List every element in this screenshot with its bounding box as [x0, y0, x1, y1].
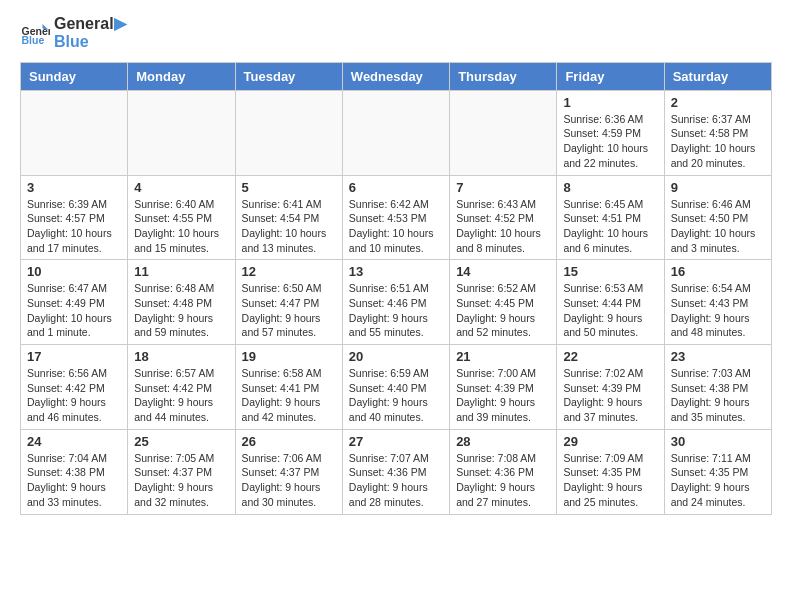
day-info: Sunrise: 7:11 AM Sunset: 4:35 PM Dayligh… — [671, 451, 765, 510]
day-number: 4 — [134, 180, 228, 195]
day-number: 24 — [27, 434, 121, 449]
day-cell — [450, 90, 557, 175]
day-info: Sunrise: 6:54 AM Sunset: 4:43 PM Dayligh… — [671, 281, 765, 340]
week-row-4: 17Sunrise: 6:56 AM Sunset: 4:42 PM Dayli… — [21, 345, 772, 430]
day-cell: 6Sunrise: 6:42 AM Sunset: 4:53 PM Daylig… — [342, 175, 449, 260]
day-cell — [21, 90, 128, 175]
day-cell: 18Sunrise: 6:57 AM Sunset: 4:42 PM Dayli… — [128, 345, 235, 430]
day-number: 17 — [27, 349, 121, 364]
day-number: 13 — [349, 264, 443, 279]
day-cell: 22Sunrise: 7:02 AM Sunset: 4:39 PM Dayli… — [557, 345, 664, 430]
day-cell: 2Sunrise: 6:37 AM Sunset: 4:58 PM Daylig… — [664, 90, 771, 175]
day-cell: 8Sunrise: 6:45 AM Sunset: 4:51 PM Daylig… — [557, 175, 664, 260]
day-cell: 12Sunrise: 6:50 AM Sunset: 4:47 PM Dayli… — [235, 260, 342, 345]
week-row-3: 10Sunrise: 6:47 AM Sunset: 4:49 PM Dayli… — [21, 260, 772, 345]
day-info: Sunrise: 6:51 AM Sunset: 4:46 PM Dayligh… — [349, 281, 443, 340]
day-info: Sunrise: 6:39 AM Sunset: 4:57 PM Dayligh… — [27, 197, 121, 256]
day-cell: 26Sunrise: 7:06 AM Sunset: 4:37 PM Dayli… — [235, 429, 342, 514]
day-cell: 27Sunrise: 7:07 AM Sunset: 4:36 PM Dayli… — [342, 429, 449, 514]
day-cell: 3Sunrise: 6:39 AM Sunset: 4:57 PM Daylig… — [21, 175, 128, 260]
day-info: Sunrise: 6:48 AM Sunset: 4:48 PM Dayligh… — [134, 281, 228, 340]
day-number: 26 — [242, 434, 336, 449]
day-info: Sunrise: 7:03 AM Sunset: 4:38 PM Dayligh… — [671, 366, 765, 425]
day-cell: 14Sunrise: 6:52 AM Sunset: 4:45 PM Dayli… — [450, 260, 557, 345]
logo-blue: Blue — [54, 33, 126, 51]
day-number: 9 — [671, 180, 765, 195]
header-friday: Friday — [557, 62, 664, 90]
day-number: 7 — [456, 180, 550, 195]
day-number: 30 — [671, 434, 765, 449]
day-number: 6 — [349, 180, 443, 195]
day-info: Sunrise: 6:59 AM Sunset: 4:40 PM Dayligh… — [349, 366, 443, 425]
day-info: Sunrise: 6:56 AM Sunset: 4:42 PM Dayligh… — [27, 366, 121, 425]
day-number: 11 — [134, 264, 228, 279]
day-info: Sunrise: 6:46 AM Sunset: 4:50 PM Dayligh… — [671, 197, 765, 256]
day-info: Sunrise: 6:42 AM Sunset: 4:53 PM Dayligh… — [349, 197, 443, 256]
logo: General Blue General▶ Blue — [20, 15, 126, 52]
day-cell: 24Sunrise: 7:04 AM Sunset: 4:38 PM Dayli… — [21, 429, 128, 514]
day-cell: 16Sunrise: 6:54 AM Sunset: 4:43 PM Dayli… — [664, 260, 771, 345]
day-number: 15 — [563, 264, 657, 279]
day-info: Sunrise: 6:36 AM Sunset: 4:59 PM Dayligh… — [563, 112, 657, 171]
day-info: Sunrise: 6:43 AM Sunset: 4:52 PM Dayligh… — [456, 197, 550, 256]
day-info: Sunrise: 7:04 AM Sunset: 4:38 PM Dayligh… — [27, 451, 121, 510]
day-number: 22 — [563, 349, 657, 364]
day-cell: 19Sunrise: 6:58 AM Sunset: 4:41 PM Dayli… — [235, 345, 342, 430]
day-info: Sunrise: 7:06 AM Sunset: 4:37 PM Dayligh… — [242, 451, 336, 510]
day-cell: 28Sunrise: 7:08 AM Sunset: 4:36 PM Dayli… — [450, 429, 557, 514]
day-number: 12 — [242, 264, 336, 279]
day-cell: 25Sunrise: 7:05 AM Sunset: 4:37 PM Dayli… — [128, 429, 235, 514]
header-tuesday: Tuesday — [235, 62, 342, 90]
day-cell: 7Sunrise: 6:43 AM Sunset: 4:52 PM Daylig… — [450, 175, 557, 260]
day-info: Sunrise: 7:08 AM Sunset: 4:36 PM Dayligh… — [456, 451, 550, 510]
weekday-header-row: Sunday Monday Tuesday Wednesday Thursday… — [21, 62, 772, 90]
day-number: 14 — [456, 264, 550, 279]
day-number: 27 — [349, 434, 443, 449]
logo-general: General▶ — [54, 15, 126, 33]
day-number: 19 — [242, 349, 336, 364]
day-number: 8 — [563, 180, 657, 195]
day-info: Sunrise: 6:41 AM Sunset: 4:54 PM Dayligh… — [242, 197, 336, 256]
day-cell: 11Sunrise: 6:48 AM Sunset: 4:48 PM Dayli… — [128, 260, 235, 345]
logo-icon: General Blue — [20, 18, 50, 48]
day-number: 1 — [563, 95, 657, 110]
day-cell: 17Sunrise: 6:56 AM Sunset: 4:42 PM Dayli… — [21, 345, 128, 430]
day-cell: 10Sunrise: 6:47 AM Sunset: 4:49 PM Dayli… — [21, 260, 128, 345]
day-info: Sunrise: 6:52 AM Sunset: 4:45 PM Dayligh… — [456, 281, 550, 340]
day-cell: 15Sunrise: 6:53 AM Sunset: 4:44 PM Dayli… — [557, 260, 664, 345]
day-info: Sunrise: 7:02 AM Sunset: 4:39 PM Dayligh… — [563, 366, 657, 425]
day-cell: 4Sunrise: 6:40 AM Sunset: 4:55 PM Daylig… — [128, 175, 235, 260]
day-info: Sunrise: 6:45 AM Sunset: 4:51 PM Dayligh… — [563, 197, 657, 256]
week-row-2: 3Sunrise: 6:39 AM Sunset: 4:57 PM Daylig… — [21, 175, 772, 260]
day-info: Sunrise: 7:00 AM Sunset: 4:39 PM Dayligh… — [456, 366, 550, 425]
day-info: Sunrise: 6:40 AM Sunset: 4:55 PM Dayligh… — [134, 197, 228, 256]
day-cell: 13Sunrise: 6:51 AM Sunset: 4:46 PM Dayli… — [342, 260, 449, 345]
day-number: 10 — [27, 264, 121, 279]
day-number: 2 — [671, 95, 765, 110]
header-monday: Monday — [128, 62, 235, 90]
header: General Blue General▶ Blue — [20, 15, 772, 52]
week-row-5: 24Sunrise: 7:04 AM Sunset: 4:38 PM Dayli… — [21, 429, 772, 514]
header-saturday: Saturday — [664, 62, 771, 90]
day-cell: 23Sunrise: 7:03 AM Sunset: 4:38 PM Dayli… — [664, 345, 771, 430]
day-cell: 9Sunrise: 6:46 AM Sunset: 4:50 PM Daylig… — [664, 175, 771, 260]
day-info: Sunrise: 6:47 AM Sunset: 4:49 PM Dayligh… — [27, 281, 121, 340]
day-number: 5 — [242, 180, 336, 195]
day-info: Sunrise: 6:58 AM Sunset: 4:41 PM Dayligh… — [242, 366, 336, 425]
day-cell: 29Sunrise: 7:09 AM Sunset: 4:35 PM Dayli… — [557, 429, 664, 514]
day-number: 20 — [349, 349, 443, 364]
day-info: Sunrise: 7:05 AM Sunset: 4:37 PM Dayligh… — [134, 451, 228, 510]
day-number: 29 — [563, 434, 657, 449]
day-number: 21 — [456, 349, 550, 364]
day-cell: 5Sunrise: 6:41 AM Sunset: 4:54 PM Daylig… — [235, 175, 342, 260]
header-wednesday: Wednesday — [342, 62, 449, 90]
day-info: Sunrise: 7:09 AM Sunset: 4:35 PM Dayligh… — [563, 451, 657, 510]
day-cell: 21Sunrise: 7:00 AM Sunset: 4:39 PM Dayli… — [450, 345, 557, 430]
svg-text:Blue: Blue — [22, 34, 45, 46]
day-cell: 30Sunrise: 7:11 AM Sunset: 4:35 PM Dayli… — [664, 429, 771, 514]
day-number: 18 — [134, 349, 228, 364]
header-sunday: Sunday — [21, 62, 128, 90]
day-number: 16 — [671, 264, 765, 279]
header-thursday: Thursday — [450, 62, 557, 90]
day-info: Sunrise: 6:50 AM Sunset: 4:47 PM Dayligh… — [242, 281, 336, 340]
